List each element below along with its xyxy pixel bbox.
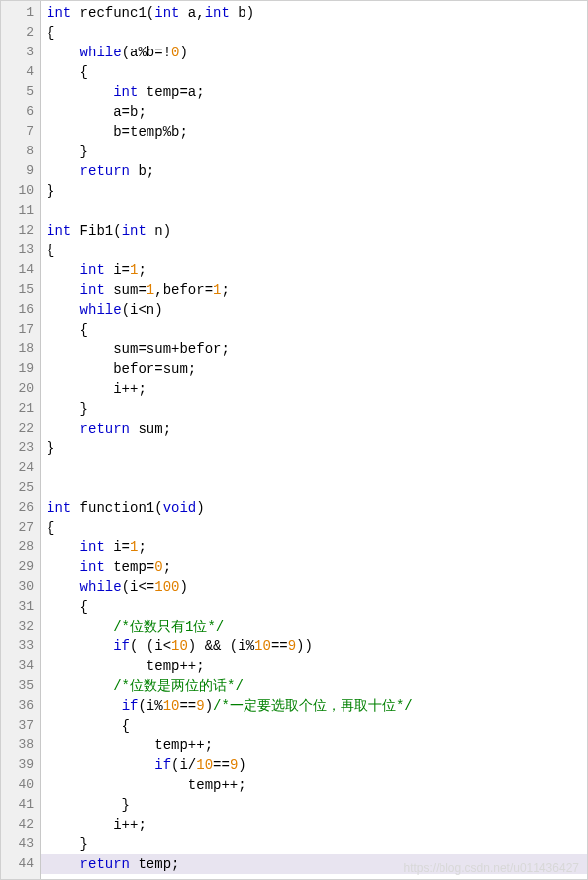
code-line: int temp=0; [41,557,587,577]
line-number: 28 [1,538,40,557]
code-line: } [41,181,587,201]
line-number: 37 [1,716,40,735]
line-number: 30 [1,577,40,597]
code-line: if(i/10==9) [41,755,587,775]
line-number: 38 [1,735,40,755]
line-number: 16 [1,300,40,320]
code-line: { [41,62,587,82]
code-line: while(i<=100) [41,577,587,597]
code-line: { [41,241,587,260]
code-line: a=b; [41,102,587,122]
line-number: 13 [1,241,40,260]
line-number: 35 [1,676,40,696]
code-line: while(a%b=!0) [41,43,587,62]
line-number-gutter: 1234567891011121314151617181920212223242… [1,1,41,879]
code-line: int Fib1(int n) [41,221,587,241]
line-number: 25 [1,478,40,498]
line-number: 8 [1,142,40,161]
code-line: while(i<n) [41,300,587,320]
line-number: 17 [1,320,40,340]
code-line: { [41,518,587,538]
code-line: return sum; [41,419,587,439]
code-area[interactable]: int recfunc1(int a,int b){ while(a%b=!0)… [41,1,587,879]
line-number: 19 [1,359,40,379]
line-number: 41 [1,795,40,815]
code-line: int i=1; [41,260,587,280]
code-line: int i=1; [41,538,587,557]
line-number: 14 [1,260,40,280]
line-number: 34 [1,656,40,676]
code-line: } [41,142,587,161]
code-line: } [41,795,587,815]
line-number: 39 [1,755,40,775]
code-line [41,201,587,221]
line-number: 4 [1,62,40,82]
code-line: temp++; [41,735,587,755]
code-line: int recfunc1(int a,int b) [41,3,587,23]
line-number: 1 [1,3,40,23]
code-line: /*位数只有1位*/ [41,617,587,636]
line-number: 27 [1,518,40,538]
line-number: 5 [1,82,40,102]
code-line: return b; [41,161,587,181]
line-number: 29 [1,557,40,577]
code-line: b=temp%b; [41,122,587,142]
code-line: } [41,399,587,419]
code-line: { [41,597,587,617]
code-line [41,478,587,498]
code-line: int temp=a; [41,82,587,102]
line-number: 42 [1,815,40,834]
code-line: int sum=1,befor=1; [41,280,587,300]
line-number: 2 [1,23,40,43]
line-number: 15 [1,280,40,300]
code-line [41,458,587,478]
line-number: 12 [1,221,40,241]
code-line: if( (i<10) && (i%10==9)) [41,636,587,656]
line-number: 36 [1,696,40,716]
line-number: 20 [1,379,40,399]
code-line: befor=sum; [41,359,587,379]
code-line: { [41,320,587,340]
code-line: } [41,439,587,458]
line-number: 6 [1,102,40,122]
line-number: 23 [1,439,40,458]
code-line: return temp; [41,854,587,874]
line-number: 11 [1,201,40,221]
line-number: 9 [1,161,40,181]
line-number: 3 [1,43,40,62]
line-number: 32 [1,617,40,636]
line-number: 22 [1,419,40,439]
line-number: 40 [1,775,40,795]
code-line: i++; [41,815,587,834]
code-line: i++; [41,379,587,399]
code-line: { [41,23,587,43]
line-number: 31 [1,597,40,617]
line-number: 7 [1,122,40,142]
code-editor: 1234567891011121314151617181920212223242… [1,1,587,879]
code-line: int function1(void) [41,498,587,518]
line-number: 18 [1,340,40,359]
line-number: 44 [1,854,40,874]
line-number: 33 [1,636,40,656]
line-number: 26 [1,498,40,518]
code-line: temp++; [41,656,587,676]
code-line: { [41,716,587,735]
line-number: 21 [1,399,40,419]
code-line: /*位数是两位的话*/ [41,676,587,696]
line-number: 10 [1,181,40,201]
code-line: sum=sum+befor; [41,340,587,359]
code-line: temp++; [41,775,587,795]
line-number: 43 [1,834,40,854]
line-number: 24 [1,458,40,478]
code-line: } [41,834,587,854]
code-line: if(i%10==9)/*一定要选取个位，再取十位*/ [41,696,587,716]
